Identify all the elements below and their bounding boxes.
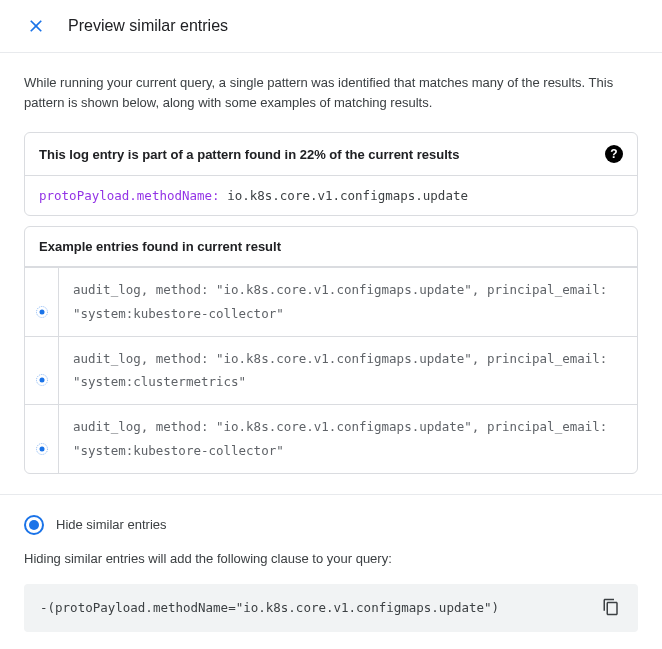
- notice-icon: [36, 443, 48, 455]
- dialog-content: While running your current query, a sing…: [0, 53, 662, 649]
- examples-card: Example entries found in current result …: [24, 226, 638, 474]
- table-row[interactable]: audit_log, method: "io.k8s.core.v1.confi…: [25, 336, 637, 405]
- divider: [0, 494, 662, 495]
- query-clause-text: -(protoPayload.methodName="io.k8s.core.v…: [40, 600, 499, 615]
- radio-hide-similar[interactable]: Hide similar entries: [24, 515, 638, 535]
- notice-icon: [36, 374, 48, 386]
- entry-text: audit_log, method: "io.k8s.core.v1.confi…: [59, 405, 637, 473]
- svg-point-1: [39, 309, 44, 314]
- notice-icon: [36, 306, 48, 318]
- entry-icon-cell: [25, 405, 59, 473]
- pattern-key: protoPayload.methodName:: [39, 188, 220, 203]
- pattern-value: io.k8s.core.v1.configmaps.update: [220, 188, 468, 203]
- entry-text: audit_log, method: "io.k8s.core.v1.confi…: [59, 337, 637, 405]
- pattern-card-header: This log entry is part of a pattern foun…: [25, 133, 637, 176]
- copy-icon: [602, 598, 620, 616]
- help-icon[interactable]: ?: [605, 145, 623, 163]
- entry-icon-cell: [25, 337, 59, 405]
- svg-point-3: [39, 378, 44, 383]
- close-icon: [26, 16, 46, 36]
- pattern-header-text: This log entry is part of a pattern foun…: [39, 147, 459, 162]
- radio-checked-icon: [24, 515, 44, 535]
- entry-text: audit_log, method: "io.k8s.core.v1.confi…: [59, 268, 637, 336]
- table-row[interactable]: audit_log, method: "io.k8s.core.v1.confi…: [25, 267, 637, 336]
- pattern-card: This log entry is part of a pattern foun…: [24, 132, 638, 216]
- table-row[interactable]: audit_log, method: "io.k8s.core.v1.confi…: [25, 404, 637, 473]
- hide-hint: Hiding similar entries will add the foll…: [24, 551, 638, 566]
- dialog-header: Preview similar entries: [0, 0, 662, 53]
- pattern-row: protoPayload.methodName: io.k8s.core.v1.…: [25, 176, 637, 215]
- examples-header: Example entries found in current result: [25, 227, 637, 267]
- query-clause-box: -(protoPayload.methodName="io.k8s.core.v…: [24, 584, 638, 632]
- copy-button[interactable]: [602, 598, 622, 618]
- radio-hide-label: Hide similar entries: [56, 517, 167, 532]
- close-button[interactable]: [24, 14, 48, 38]
- intro-text: While running your current query, a sing…: [24, 73, 638, 112]
- dialog-title: Preview similar entries: [68, 17, 228, 35]
- svg-point-5: [39, 446, 44, 451]
- entry-icon-cell: [25, 268, 59, 336]
